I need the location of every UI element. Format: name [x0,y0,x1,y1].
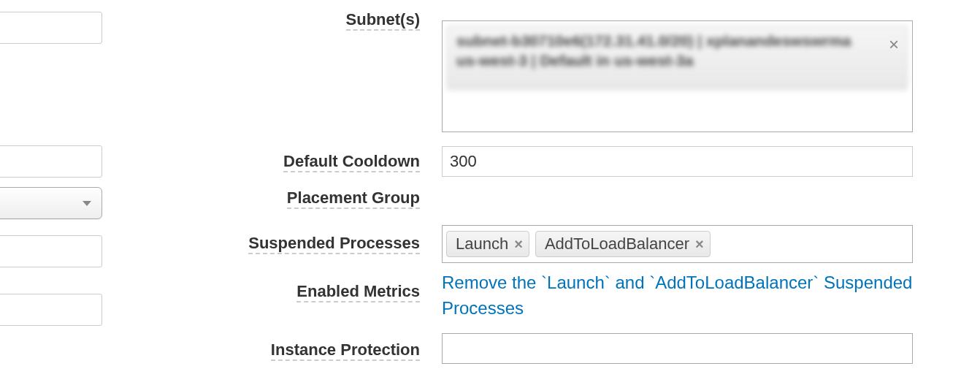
subnet-tag-label: subnet-b30710e6(172.31.41.0/20) | xplana… [456,32,851,69]
tag-label: Launch [456,235,508,254]
label-subnets: Subnet(s) [346,10,420,31]
default-cooldown-input[interactable] [442,146,913,177]
side-input-4[interactable] [0,294,102,326]
tag-label: AddToLoadBalancer [545,235,689,254]
instance-protection-multiselect[interactable] [442,333,913,364]
subnet-tag[interactable]: subnet-b30710e6(172.31.41.0/20) | xplana… [447,26,908,90]
label-suspended-processes: Suspended Processes [248,234,420,254]
label-default-cooldown: Default Cooldown [283,152,420,172]
suspended-processes-multiselect[interactable]: Launch × AddToLoadBalancer × [442,225,913,263]
label-instance-protection: Instance Protection [271,340,420,361]
label-placement-group: Placement Group [287,188,420,209]
remove-suspended-link[interactable]: Remove the `Launch` and `AddToLoadBalanc… [442,270,913,321]
side-input-3[interactable] [0,235,102,267]
label-enabled-metrics: Enabled Metrics [296,282,420,302]
side-input-2[interactable] [0,145,102,178]
close-icon[interactable]: × [514,236,523,253]
side-dropdown[interactable] [0,187,102,219]
close-icon[interactable]: × [889,34,899,55]
suspended-tag-launch[interactable]: Launch × [446,231,529,257]
close-icon[interactable]: × [695,236,704,253]
side-input-1[interactable] [0,12,102,44]
suspended-tag-addtoloadbalancer[interactable]: AddToLoadBalancer × [535,231,711,257]
subnet-multiselect[interactable]: subnet-b30710e6(172.31.41.0/20) | xplana… [442,20,913,132]
